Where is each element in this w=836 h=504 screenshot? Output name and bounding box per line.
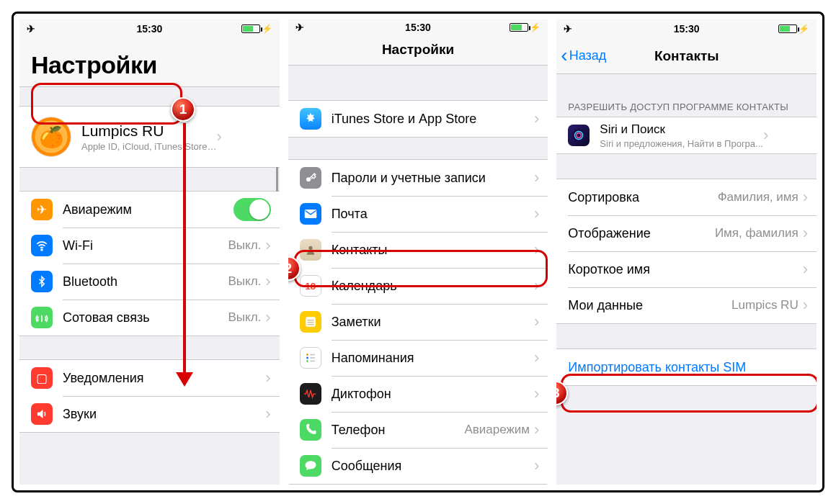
passwords-row[interactable]: Пароли и учетные записи › bbox=[288, 160, 548, 196]
chevron-right-icon: › bbox=[534, 278, 539, 294]
voicememos-row[interactable]: Диктофон › bbox=[288, 376, 548, 412]
group-header-allow: РАЗРЕШИТЬ ДОСТУП ПРОГРАММЕ КОНТАКТЫ bbox=[556, 96, 817, 117]
sort-label: Сортировка bbox=[568, 190, 717, 205]
chevron-left-icon: ‹ bbox=[561, 50, 567, 62]
charging-icon: ⚡ bbox=[799, 24, 809, 34]
mydata-label: Мои данные bbox=[568, 298, 732, 313]
page-title: Настройки bbox=[31, 51, 268, 79]
svg-point-2 bbox=[306, 177, 311, 181]
notes-row[interactable]: Заметки › bbox=[288, 304, 548, 340]
chevron-right-icon: › bbox=[803, 261, 808, 277]
battery-indicator: ⚡ bbox=[241, 24, 272, 34]
chevron-right-icon: › bbox=[265, 310, 270, 325]
cellular-value: Выкл. bbox=[228, 310, 262, 325]
notes-icon bbox=[300, 311, 321, 333]
sort-order-row[interactable]: Сортировка Фамилия, имя › bbox=[556, 179, 817, 215]
chevron-right-icon: › bbox=[216, 129, 221, 145]
chevron-right-icon: › bbox=[534, 206, 539, 222]
status-time: 15:30 bbox=[405, 22, 431, 33]
chevron-right-icon: › bbox=[534, 458, 539, 474]
sounds-label: Звуки bbox=[63, 407, 265, 422]
wifi-value: Выкл. bbox=[228, 238, 262, 253]
sounds-icon bbox=[31, 403, 53, 425]
profile-name: Lumpics RU bbox=[81, 122, 216, 140]
chevron-right-icon: › bbox=[265, 274, 270, 289]
display-value: Имя, фамилия bbox=[715, 226, 799, 240]
my-info-row[interactable]: Мои данные Lumpics RU › bbox=[556, 287, 817, 323]
panel-settings-list: ✈ 15:30 ⚡ Настройки iTunes Store и App S… bbox=[288, 19, 548, 485]
svg-point-11 bbox=[306, 360, 308, 362]
status-bar: ✈ 15:30 ⚡ bbox=[19, 19, 280, 38]
messages-row[interactable]: Сообщения › bbox=[288, 448, 548, 484]
chevron-right-icon: › bbox=[803, 225, 808, 241]
status-time: 15:30 bbox=[136, 23, 162, 35]
display-order-row[interactable]: Отображение Имя, фамилия › bbox=[556, 215, 817, 251]
phone-icon bbox=[300, 419, 321, 441]
contacts-row[interactable]: Контакты › bbox=[288, 232, 548, 268]
airplane-mode-label: Авиарежим bbox=[63, 202, 234, 217]
charging-icon: ⚡ bbox=[530, 22, 541, 32]
panel-settings-root: ✈ 15:30 ⚡ Настройки 🍊 Lumpics RU Apple I… bbox=[19, 19, 280, 485]
notifications-row[interactable]: ▢ Уведомления › bbox=[19, 360, 280, 396]
shortname-label: Короткое имя bbox=[568, 262, 802, 277]
itunes-row[interactable]: iTunes Store и App Store › bbox=[288, 101, 548, 137]
chevron-right-icon: › bbox=[534, 422, 539, 438]
phone-value: Авиарежим bbox=[464, 423, 530, 437]
back-label: Назад bbox=[569, 48, 607, 63]
bluetooth-label: Bluetooth bbox=[63, 274, 228, 289]
notes-label: Заметки bbox=[332, 315, 534, 330]
airplane-mode-row[interactable]: ✈ Авиарежим bbox=[19, 192, 280, 228]
short-name-row[interactable]: Короткое имя › bbox=[556, 251, 817, 287]
nav-title: Настройки bbox=[382, 42, 454, 58]
wifi-label: Wi-Fi bbox=[63, 238, 228, 253]
svg-rect-5 bbox=[306, 317, 316, 327]
appleid-profile-row[interactable]: 🍊 Lumpics RU Apple ID, iCloud, iTunes St… bbox=[19, 107, 280, 167]
chevron-right-icon: › bbox=[534, 386, 539, 402]
chevron-right-icon: › bbox=[265, 238, 270, 253]
voicememos-label: Диктофон bbox=[332, 387, 534, 402]
calendar-row[interactable]: 18 Календарь › bbox=[288, 268, 548, 304]
chevron-right-icon: › bbox=[534, 314, 539, 330]
nav-bar: Настройки bbox=[288, 35, 548, 66]
cellular-row[interactable]: Сотовая связь Выкл. › bbox=[19, 300, 280, 336]
messages-icon bbox=[300, 455, 321, 477]
status-bar: ✈ 15:30 ⚡ bbox=[288, 19, 548, 35]
mail-label: Почта bbox=[332, 207, 534, 222]
wifi-row[interactable]: Wi-Fi Выкл. › bbox=[19, 228, 280, 264]
status-time: 15:30 bbox=[674, 23, 700, 35]
wifi-icon bbox=[31, 235, 53, 256]
large-title-bar: Настройки bbox=[19, 38, 280, 87]
mail-row[interactable]: Почта › bbox=[288, 196, 548, 232]
itunes-label: iTunes Store и App Store bbox=[332, 112, 534, 127]
chevron-right-icon: › bbox=[265, 370, 270, 386]
phone-label: Телефон bbox=[332, 423, 465, 438]
mydata-value: Lumpics RU bbox=[732, 298, 799, 312]
display-label: Отображение bbox=[568, 226, 715, 241]
chevron-right-icon: › bbox=[763, 127, 768, 143]
airplane-mode-status-icon: ✈ bbox=[27, 23, 35, 35]
back-button[interactable]: ‹ Назад bbox=[561, 48, 606, 63]
charging-icon: ⚡ bbox=[262, 24, 272, 34]
chevron-right-icon: › bbox=[803, 189, 808, 205]
import-sim-row[interactable]: Импортировать контакты SIM bbox=[556, 349, 817, 385]
phone-row[interactable]: Телефон Авиарежим › bbox=[288, 412, 548, 448]
reminders-row[interactable]: Напоминания › bbox=[288, 340, 548, 376]
sort-value: Фамилия, имя bbox=[718, 190, 799, 204]
battery-indicator: ⚡ bbox=[510, 22, 541, 32]
status-bar: ✈ 15:30 ⚡ bbox=[556, 19, 817, 38]
chevron-right-icon: › bbox=[534, 170, 539, 186]
sounds-row[interactable]: Звуки › bbox=[19, 396, 280, 432]
airplane-mode-toggle[interactable] bbox=[234, 198, 271, 221]
nav-title: Контакты bbox=[654, 48, 719, 64]
siri-search-row[interactable]: Siri и Поиск Siri и предложения, Найти в… bbox=[556, 117, 817, 153]
chevron-right-icon: › bbox=[265, 406, 270, 422]
bluetooth-icon bbox=[31, 271, 53, 292]
calendar-icon: 18 bbox=[300, 275, 321, 297]
reminders-icon bbox=[300, 347, 321, 369]
svg-point-15 bbox=[572, 129, 585, 142]
calendar-label: Календарь bbox=[332, 279, 534, 294]
arrow-line bbox=[183, 123, 186, 374]
import-sim-label: Импортировать контакты SIM bbox=[568, 360, 808, 375]
nav-bar: ‹ Назад Контакты bbox=[556, 38, 817, 74]
bluetooth-row[interactable]: Bluetooth Выкл. › bbox=[19, 264, 280, 300]
